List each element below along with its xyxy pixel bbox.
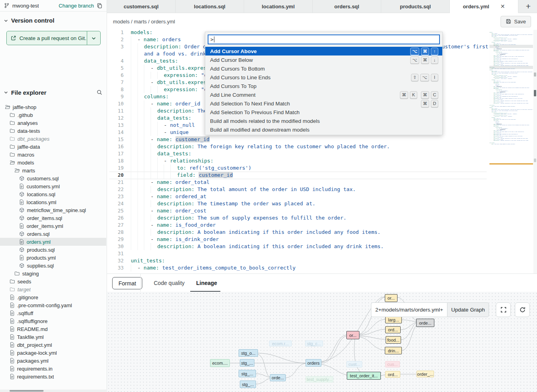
keyboard-shortcut-key: ⌥ (420, 74, 429, 81)
file-tree-item-customers.yml[interactable]: customers.yml (0, 182, 106, 190)
file-tree-item-models[interactable]: models (0, 159, 106, 166)
chevron-down-icon (4, 90, 8, 94)
lineage-node[interactable]: or... (346, 331, 359, 339)
sidebar-scrollbar[interactable] (0, 390, 107, 392)
file-tree-item-staging[interactable]: staging (0, 270, 106, 277)
file-tree-item-locations.yml[interactable]: locations.yml (0, 198, 106, 206)
file-tree-item-requirements.in[interactable]: requirements.in (0, 365, 106, 373)
lineage-node[interactable]: order_... (417, 371, 434, 377)
tab-orders.yml[interactable]: orders.yml✕ (450, 0, 518, 13)
tab-locations.yml[interactable]: locations.yml (244, 0, 313, 13)
copy-icon[interactable] (97, 3, 103, 9)
palette-item[interactable]: Add Cursors To Top (205, 82, 442, 90)
file-tree-item-marts[interactable]: marts (0, 166, 106, 174)
create-pr-dropdown[interactable] (87, 31, 100, 45)
file-tree-item-package-lock.yml[interactable]: package-lock.yml (0, 349, 106, 357)
file-tree-item-target[interactable]: target (0, 285, 106, 293)
lineage-node[interactable]: stg_o... (239, 349, 258, 357)
lineage-node[interactable]: orde... (416, 319, 434, 327)
palette-item[interactable]: Add Cursors To Bottom (205, 64, 442, 73)
file-tree-item-.github[interactable]: .github (0, 111, 106, 119)
lineage-node[interactable]: ord... (385, 371, 400, 378)
file-tree-item-products.yml[interactable]: products.yml (0, 254, 106, 262)
lineage-node[interactable]: test_order_it... (347, 372, 381, 380)
file-tree-item-orders.yml[interactable]: orders.yml (0, 238, 106, 246)
lineage-selector-input[interactable]: 2+models/marts/orders.yml+ (371, 302, 447, 317)
tab-orders.sql[interactable]: orders.sql (313, 0, 381, 13)
lineage-node[interactable]: or... (385, 294, 397, 302)
sql-icon (19, 176, 25, 181)
create-pr-button[interactable]: Create a pull request on Git... (6, 31, 101, 45)
minimap[interactable]: models: - name: orders description: Orde… (489, 32, 533, 206)
file-tree-item-packages.yml[interactable]: packages.yml (0, 357, 106, 365)
tab-code-quality[interactable]: Code quality (154, 274, 185, 292)
file-tree-item-order-items.yml[interactable]: order_items.yml (0, 222, 106, 230)
search-icon[interactable] (96, 89, 103, 96)
breadcrumb-bar: models / marts / orders.yml Save (107, 13, 537, 30)
new-tab-button[interactable]: + (520, 0, 537, 13)
refresh-button[interactable] (515, 302, 530, 317)
file-tree-item-.pre-commit-config.yaml[interactable]: .pre-commit-config.yaml (0, 301, 106, 309)
file-tree-item-data-tests[interactable]: data-tests (0, 127, 106, 135)
tab-lineage[interactable]: Lineage (196, 274, 217, 292)
file-tree-item-seeds[interactable]: seeds (0, 277, 106, 285)
file-tree-item-locations.sql[interactable]: locations.sql (0, 190, 106, 198)
lineage-panel[interactable]: ecom....stg_o...stg_...stg_...stg_...ord… (107, 292, 537, 392)
code-editor[interactable]: 1234567891011121314151617181920212223242… (107, 30, 537, 273)
file-tree-item-readme.md[interactable]: README.md (0, 325, 106, 333)
close-tab-icon[interactable]: ✕ (500, 3, 505, 10)
file-tree-item-taskfile.yml[interactable]: Taskfile.yml (0, 333, 106, 341)
doc-icon (10, 342, 15, 348)
palette-item[interactable]: Build all models related to the modified… (205, 117, 442, 125)
lineage-node[interactable]: stg_... (239, 370, 256, 377)
lineage-node[interactable]: orders (306, 359, 321, 367)
palette-item[interactable]: Add Cursor Above⌥⌘↑ (205, 47, 442, 55)
lineage-node[interactable]: orde... (270, 374, 286, 381)
tab-locations.sql[interactable]: locations.sql (176, 0, 244, 13)
command-palette-input[interactable]: > (208, 34, 440, 44)
lineage-node[interactable]: stg_... (240, 381, 256, 388)
editor-scrollbar[interactable] (533, 30, 537, 273)
lineage-node[interactable]: stg_... (240, 359, 254, 367)
save-icon (506, 19, 511, 24)
sql-icon (19, 231, 25, 237)
keyboard-shortcut-key: ↓ (431, 56, 438, 64)
file-tree-item-dbt-project.yml[interactable]: dbt_project.yml (0, 341, 106, 349)
change-branch-link[interactable]: Change branch (59, 3, 94, 9)
file-tree-item-supplies.sql[interactable]: supplies.sql (0, 262, 106, 270)
lineage-node[interactable]: drin... (385, 347, 402, 354)
palette-item[interactable]: Add Selection To Previous Find Match (205, 108, 442, 117)
palette-item[interactable]: Add Selection To Next Find Match⌘D (205, 99, 442, 108)
palette-item[interactable]: Add Cursor Below⌥⌘↓ (205, 55, 442, 64)
palette-item[interactable]: Add Cursors to Line Ends⇧⌥I (205, 73, 442, 82)
version-control-header[interactable]: Version control (0, 11, 107, 25)
lineage-node[interactable]: ord... (385, 326, 401, 333)
branch-name: mwong-test (12, 3, 39, 9)
file-explorer-header[interactable]: File explorer (0, 86, 107, 98)
save-button[interactable]: Save (501, 16, 531, 27)
palette-item[interactable]: Add Line Comment⌘K⌘C (205, 90, 442, 99)
lineage-node[interactable]: larg... (385, 316, 402, 323)
file-tree-item-metricflow-time-spine.sql[interactable]: metricflow_time_spine.sql (0, 206, 106, 214)
update-graph-button[interactable]: Update Graph (447, 302, 489, 317)
lineage-node[interactable]: food... (386, 336, 401, 344)
file-tree-item-.sqlfluffignore[interactable]: .sqlfluffignore (0, 317, 106, 325)
tab-customers.sql[interactable]: customers.sql (107, 0, 176, 13)
file-tree-item-macros[interactable]: macros (0, 151, 106, 159)
tab-products.sql[interactable]: products.sql (381, 0, 450, 13)
file-tree-item-requirements.txt[interactable]: requirements.txt (0, 373, 106, 381)
file-tree-item-.sqlfluff[interactable]: .sqlfluff (0, 309, 106, 317)
file-tree-item-orders.sql[interactable]: orders.sql (0, 230, 106, 238)
format-button[interactable]: Format (112, 277, 142, 289)
file-tree-item-dbt-packages[interactable]: dbt_packages (0, 135, 106, 143)
file-tree-item-order-items.sql[interactable]: order_items.sql (0, 214, 106, 222)
file-tree-item-analyses[interactable]: analyses (0, 119, 106, 127)
file-tree-item-.gitignore[interactable]: .gitignore (0, 293, 106, 301)
file-tree-item-jaffle-shop[interactable]: jaffle-shop (0, 103, 106, 111)
file-tree-item-products.sql[interactable]: products.sql (0, 246, 106, 254)
palette-item[interactable]: Build all modified and downstream models (205, 125, 442, 134)
file-tree-item-jaffle-data[interactable]: jaffle-data (0, 143, 106, 151)
lineage-node[interactable]: ecom.... (210, 359, 230, 367)
fullscreen-button[interactable] (496, 302, 511, 317)
file-tree-item-customers.sql[interactable]: customers.sql (0, 174, 106, 182)
